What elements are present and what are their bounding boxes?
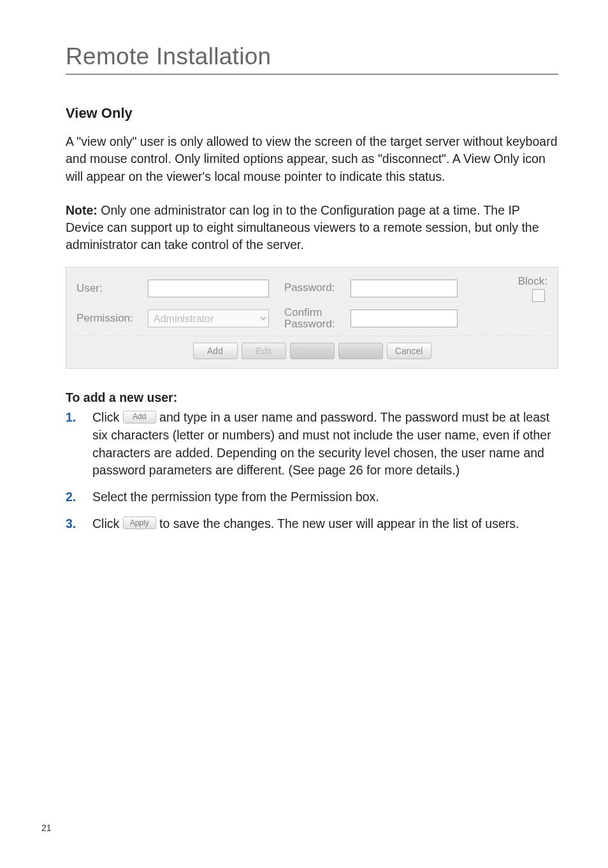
step-1: Click Add and type in a user name and pa… (66, 409, 558, 480)
delete-button[interactable]: Delete (290, 343, 335, 359)
permission-select[interactable]: Administrator (148, 309, 269, 327)
step-1-post: and type in a user name and password. Th… (92, 410, 551, 477)
edit-button[interactable]: Edit (242, 343, 286, 359)
permission-label: Permission: (76, 312, 144, 325)
add-button[interactable]: Add (193, 343, 238, 359)
note-body: Only one administrator can log in to the… (66, 203, 539, 252)
view-only-heading: View Only (66, 105, 558, 122)
user-form-panel: User: Password: Block: Permission: Admin… (66, 267, 558, 369)
step-1-pre: Click (92, 410, 123, 424)
title-rule (66, 74, 558, 75)
note-paragraph: Note: Only one administrator can log in … (66, 202, 558, 254)
inline-add-button: Add (123, 411, 156, 423)
cancel-button[interactable]: Cancel (387, 343, 431, 359)
add-user-heading: To add a new user: (66, 390, 558, 405)
step-3-pre: Click (92, 516, 123, 530)
note-label: Note: (66, 203, 98, 217)
permission-row: Permission: Administrator Confirm Passwo… (76, 307, 547, 331)
user-label: User: (76, 282, 144, 295)
user-input[interactable] (148, 280, 269, 297)
form-button-row: Add Edit Delete Apply Cancel (66, 336, 558, 368)
page-title: Remote Installation (66, 43, 558, 70)
block-label: Block: (518, 275, 547, 288)
user-row: User: Password: Block: (76, 275, 547, 302)
step-2: Select the permission type from the Perm… (66, 488, 558, 506)
view-only-description: A "view only" user is only allowed to vi… (66, 133, 558, 185)
step-3: Click Apply to save the changes. The new… (66, 515, 558, 533)
confirm-password-input[interactable] (351, 309, 458, 327)
step-3-post: to save the changes. The new user will a… (156, 516, 519, 530)
inline-apply-button: Apply (123, 516, 156, 529)
confirm-password-label: Confirm Password: (284, 307, 347, 331)
steps-list: Click Add and type in a user name and pa… (66, 409, 558, 532)
page-number: 21 (41, 823, 52, 833)
password-label: Password: (284, 282, 347, 294)
apply-button[interactable]: Apply (338, 343, 383, 359)
block-checkbox[interactable] (532, 289, 545, 302)
password-input[interactable] (351, 280, 458, 297)
